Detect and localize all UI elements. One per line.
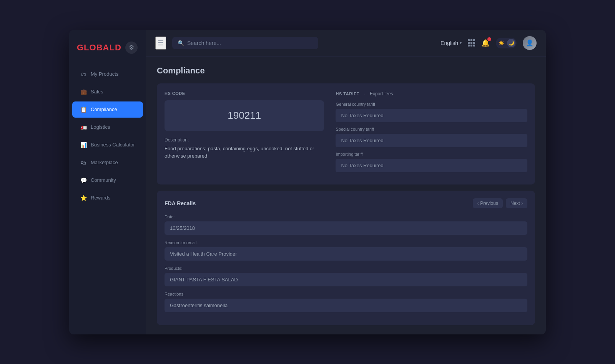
- fda-recalls-section: FDA Recalls ‹ Previous Next › Date: 10/2…: [157, 191, 535, 325]
- importing-tariff-value: No Taxes Required: [336, 159, 527, 172]
- export-fees-link[interactable]: Export fees: [370, 91, 393, 96]
- hs-code-label: HS CODE: [165, 91, 324, 96]
- sidebar-item-my-products-label: My Products: [91, 71, 118, 77]
- fda-reactions-field: Reactions: Gastroenteritis salmonella: [165, 292, 527, 312]
- fda-date-label: Date:: [165, 214, 527, 219]
- notification-button[interactable]: 🔔: [481, 39, 490, 47]
- hs-section: HS CODE 190211 Description: Food prepara…: [157, 83, 535, 184]
- sales-icon: 💼: [80, 88, 87, 95]
- next-button[interactable]: Next ›: [506, 198, 527, 208]
- compliance-icon: 📋: [80, 106, 87, 113]
- fda-reactions-label: Reactions:: [165, 292, 527, 296]
- search-bar: 🔍: [172, 37, 318, 49]
- sidebar-logo: GLOBALD ⚙: [69, 38, 146, 65]
- pagination: ‹ Previous Next ›: [473, 198, 527, 208]
- fda-date-value: 10/25/2018: [165, 221, 527, 235]
- apps-grid-button[interactable]: [468, 39, 475, 47]
- community-icon: 💬: [80, 177, 87, 184]
- marketplace-icon: 🛍: [80, 159, 87, 166]
- sidebar: GLOBALD ⚙ 🗂 My Products 💼 Sales 📋 Compli…: [69, 30, 146, 334]
- language-label: English: [440, 40, 458, 46]
- sidebar-item-compliance-label: Compliance: [91, 106, 117, 112]
- fda-reactions-value: Gastroenteritis salmonella: [165, 299, 527, 312]
- hs-code-value: 190211: [165, 100, 324, 131]
- sidebar-item-sales-label: Sales: [91, 89, 103, 95]
- sidebar-item-business-calculator[interactable]: 📊 Business Calculator: [72, 137, 143, 153]
- business-calculator-icon: 📊: [80, 141, 87, 148]
- general-tariff-value: No Taxes Required: [336, 109, 527, 122]
- general-tariff-item: General country tariff No Taxes Required: [336, 102, 527, 122]
- hs-tariff-header: HS TARIFF · Export fees: [336, 91, 527, 96]
- search-input[interactable]: [187, 40, 313, 46]
- sidebar-item-logistics-label: Logistics: [91, 124, 110, 130]
- special-tariff-item: Special country tariff No Taxes Required: [336, 127, 527, 147]
- header-right: English ▾ 🔔 ☀️ 🌙 👤: [440, 36, 537, 50]
- user-avatar[interactable]: 👤: [523, 36, 537, 50]
- hamburger-icon: ☰: [158, 39, 164, 47]
- sidebar-item-compliance[interactable]: 📋 Compliance: [72, 101, 143, 118]
- sidebar-item-rewards[interactable]: ⭐ Rewards: [72, 190, 143, 206]
- header: ☰ 🔍 English ▾ 🔔: [146, 30, 546, 57]
- chevron-down-icon: ▾: [460, 41, 462, 45]
- special-tariff-value: No Taxes Required: [336, 134, 527, 147]
- hamburger-button[interactable]: ☰: [155, 37, 166, 50]
- hs-tariff-panel: HS TARIFF · Export fees General country …: [336, 91, 527, 177]
- fda-reason-label: Reason for recall:: [165, 240, 527, 245]
- main-area: ☰ 🔍 English ▾ 🔔: [146, 30, 546, 334]
- logistics-icon: 🚛: [80, 124, 87, 131]
- sidebar-item-business-calculator-label: Business Calculator: [91, 142, 135, 148]
- sidebar-item-marketplace[interactable]: 🛍 Marketplace: [72, 155, 143, 171]
- description-label: Description:: [165, 137, 324, 143]
- logo-text: GLOBALD: [77, 43, 121, 53]
- hs-code-panel: HS CODE 190211 Description: Food prepara…: [165, 91, 324, 177]
- light-theme-icon: ☀️: [497, 39, 505, 47]
- logo-icon: ⚙: [125, 42, 138, 54]
- fda-products-field: Products: GIANT PASTA FIESTA SALAD: [165, 266, 527, 286]
- general-tariff-label: General country tariff: [336, 102, 527, 106]
- tariff-divider: ·: [364, 91, 365, 96]
- fda-title: FDA Recalls: [165, 200, 196, 206]
- sidebar-item-logistics[interactable]: 🚛 Logistics: [72, 119, 143, 135]
- fda-reason-field: Reason for recall: Visited a Health Care…: [165, 240, 527, 261]
- sidebar-item-rewards-label: Rewards: [91, 195, 110, 201]
- search-icon: 🔍: [178, 40, 184, 46]
- sidebar-item-sales[interactable]: 💼 Sales: [72, 84, 143, 100]
- fda-date-field: Date: 10/25/2018: [165, 214, 527, 235]
- notification-badge: [487, 37, 491, 41]
- hs-tariff-label: HS TARIFF: [336, 91, 359, 96]
- fda-header: FDA Recalls ‹ Previous Next ›: [165, 198, 527, 208]
- app-window: GLOBALD ⚙ 🗂 My Products 💼 Sales 📋 Compli…: [69, 30, 546, 334]
- description-text: Food preparations; pasta, containing egg…: [165, 145, 324, 160]
- dark-theme-icon: 🌙: [507, 39, 515, 47]
- importing-tariff-item: Importing tariff No Taxes Required: [336, 152, 527, 172]
- page-title: Compliance: [157, 66, 535, 76]
- fda-reason-value: Visited a Health Care Provider: [165, 247, 527, 261]
- my-products-icon: 🗂: [80, 71, 87, 78]
- content-area: Compliance HS CODE 190211 Description: F…: [146, 57, 546, 334]
- importing-tariff-label: Importing tariff: [336, 152, 527, 156]
- sidebar-item-marketplace-label: Marketplace: [91, 160, 118, 165]
- language-selector[interactable]: English ▾: [440, 40, 462, 46]
- fda-products-label: Products:: [165, 266, 527, 271]
- theme-toggle[interactable]: ☀️ 🌙: [496, 38, 517, 48]
- special-tariff-label: Special country tariff: [336, 127, 527, 131]
- sidebar-item-community-label: Community: [91, 177, 116, 183]
- fda-products-value: GIANT PASTA FIESTA SALAD: [165, 273, 527, 286]
- previous-button[interactable]: ‹ Previous: [473, 198, 503, 208]
- sidebar-item-my-products[interactable]: 🗂 My Products: [72, 66, 143, 82]
- sidebar-item-community[interactable]: 💬 Community: [72, 172, 143, 188]
- avatar-image: 👤: [523, 36, 537, 50]
- rewards-icon: ⭐: [80, 194, 87, 201]
